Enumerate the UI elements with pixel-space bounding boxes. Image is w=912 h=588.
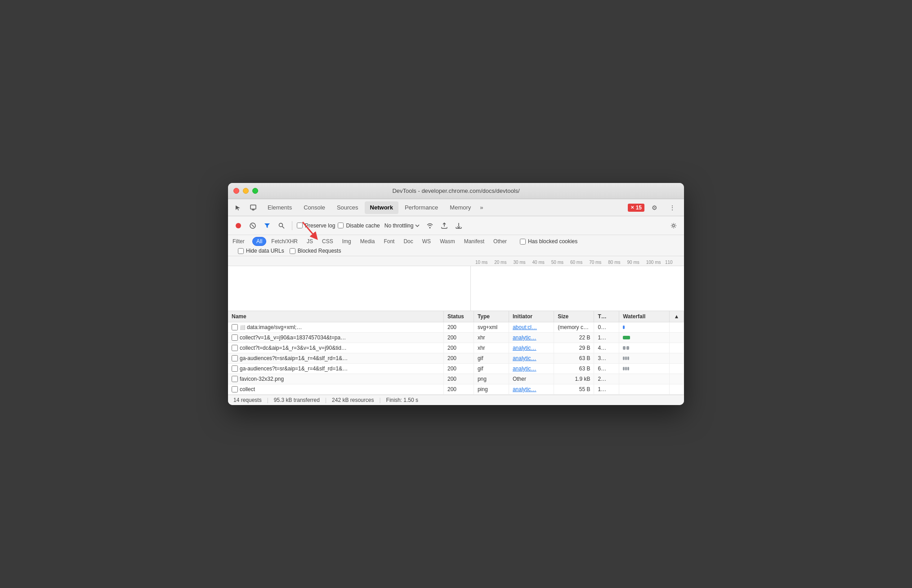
inspect-icon[interactable] [247,201,259,214]
blocked-requests-label[interactable]: Blocked Requests [290,248,341,254]
preserve-log-checkbox[interactable]: Preserve log [297,223,335,229]
filter-type-manifest[interactable]: Manifest [460,237,488,246]
row-name-text-5: favicon-32x32.png [240,376,284,382]
menu-icon[interactable]: ⋮ [666,201,679,214]
error-badge[interactable]: ✕ 15 [628,204,644,212]
search-button[interactable] [276,220,287,232]
hide-data-urls-checkbox[interactable] [238,248,244,254]
row-checkbox-6[interactable] [232,386,238,392]
tab-network[interactable]: Network [365,201,398,214]
record-button[interactable] [232,220,244,232]
row-type-1: xhr [474,333,509,343]
row-waterfall-4 [619,364,670,374]
minimize-button[interactable] [243,188,249,194]
filter-type-doc[interactable]: Doc [399,237,417,246]
export-icon[interactable] [453,220,465,232]
has-blocked-cookies-checkbox[interactable] [520,239,526,245]
initiator-link-3[interactable]: analytic… [513,355,536,361]
cursor-icon[interactable] [232,201,244,214]
initiator-link-0[interactable]: about:cl… [513,324,537,330]
filter-type-font[interactable]: Font [380,237,398,246]
initiator-link-2[interactable]: analytic… [513,345,536,351]
table-row[interactable]: collect?v=1&_v=j90&a=1837457034&t=pa… 20… [228,333,684,343]
th-name[interactable]: Name [228,311,443,322]
filter-type-all[interactable]: All [252,237,266,246]
preserve-log-input[interactable] [297,223,303,228]
disable-cache-checkbox[interactable]: Disable cache [338,223,380,229]
filter-type-css[interactable]: CSS [318,237,337,246]
throttle-select[interactable]: No throttling [383,222,422,230]
tab-console[interactable]: Console [298,201,331,214]
th-time[interactable]: T… [594,311,619,322]
svg-rect-2 [253,210,254,210]
clear-button[interactable] [247,220,259,232]
maximize-button[interactable] [252,188,258,194]
tab-sources[interactable]: Sources [331,201,364,214]
row-name-5: favicon-32x32.png [228,374,443,384]
th-sort[interactable]: ▲ [669,311,684,322]
row-checkbox-1[interactable] [232,334,238,341]
filter-type-media[interactable]: Media [356,237,379,246]
initiator-link-1[interactable]: analytic… [513,334,536,341]
tab-memory[interactable]: Memory [444,201,476,214]
row-status-5: 200 [443,374,474,384]
row-name-2: collect?t=dc&aip=1&_r=3&v=1&_v=j90&tid… [228,343,443,353]
table-row[interactable]: ⬜ data:image/svg+xml;… 200 svg+xml about… [228,322,684,333]
row-name-3: ga-audiences?t=sr&aip=1&_r=4&slf_rd=1&… [228,353,443,364]
hide-data-urls-label[interactable]: Hide data URLs [238,248,284,254]
filter-button[interactable] [261,220,273,232]
tab-elements[interactable]: Elements [262,201,297,214]
filter-type-js[interactable]: JS [303,237,317,246]
filter-type-fetchxhr[interactable]: Fetch/XHR [267,237,302,246]
table-header: Name Status Type Initiator Size T… Water… [228,311,684,322]
row-checkbox-0[interactable] [232,324,238,330]
filter-type-wasm[interactable]: Wasm [436,237,459,246]
row-checkbox-5[interactable] [232,376,238,382]
row-time-4: 6… [594,364,619,374]
row-sort-6 [669,384,684,395]
network-table-wrapper[interactable]: Name Status Type Initiator Size T… Water… [228,311,684,395]
import-icon[interactable] [438,220,450,232]
timeline-area [228,266,684,311]
row-checkbox-2[interactable] [232,345,238,351]
svg-rect-1 [252,209,255,210]
row-status-4: 200 [443,364,474,374]
row-size-5: 1.9 kB [554,374,594,384]
row-checkbox-4[interactable] [232,365,238,372]
table-row[interactable]: collect 200 ping analytic… 55 B 1… [228,384,684,395]
sep-3: | [379,397,380,403]
svg-line-7 [282,226,285,228]
row-name-text-2: collect?t=dc&aip=1&_r=3&v=1&_v=j90&tid… [240,345,347,351]
table-row[interactable]: collect?t=dc&aip=1&_r=3&v=1&_v=j90&tid… … [228,343,684,353]
mark-20ms: 20 ms [494,260,513,265]
th-initiator[interactable]: Initiator [509,311,554,322]
settings-icon[interactable]: ⚙ [648,201,661,214]
network-settings-icon[interactable] [668,220,680,232]
table-row[interactable]: favicon-32x32.png 200 png Other 1.9 kB 2… [228,374,684,384]
filter-row2: Hide data URLs Blocked Requests [232,248,680,254]
disable-cache-input[interactable] [338,223,344,228]
has-blocked-cookies-label[interactable]: Has blocked cookies [520,238,577,245]
wifi-icon[interactable] [424,220,436,232]
blocked-requests-text: Blocked Requests [298,248,341,254]
filter-type-other[interactable]: Other [489,237,511,246]
th-status[interactable]: Status [443,311,474,322]
th-type[interactable]: Type [474,311,509,322]
row-status-0: 200 [443,322,474,333]
initiator-link-4[interactable]: analytic… [513,365,536,372]
filter-type-ws[interactable]: WS [418,237,435,246]
more-tabs-button[interactable]: » [477,202,486,213]
row-initiator-4: analytic… [509,364,554,374]
th-size[interactable]: Size [554,311,594,322]
initiator-link-6[interactable]: analytic… [513,386,536,392]
row-checkbox-3[interactable] [232,355,238,361]
close-button[interactable] [233,188,239,194]
mark-70ms: 70 ms [589,260,608,265]
tab-performance[interactable]: Performance [399,201,443,214]
table-row[interactable]: ga-audiences?t=sr&aip=1&_r=4&slf_rd=1&… … [228,353,684,364]
blocked-requests-checkbox[interactable] [290,248,295,254]
table-row[interactable]: ga-audiences?t=sr&aip=1&_r=4&slf_rd=1&… … [228,364,684,374]
filter-type-img[interactable]: Img [338,237,355,246]
th-waterfall[interactable]: Waterfall [619,311,670,322]
row-size-4: 63 B [554,364,594,374]
